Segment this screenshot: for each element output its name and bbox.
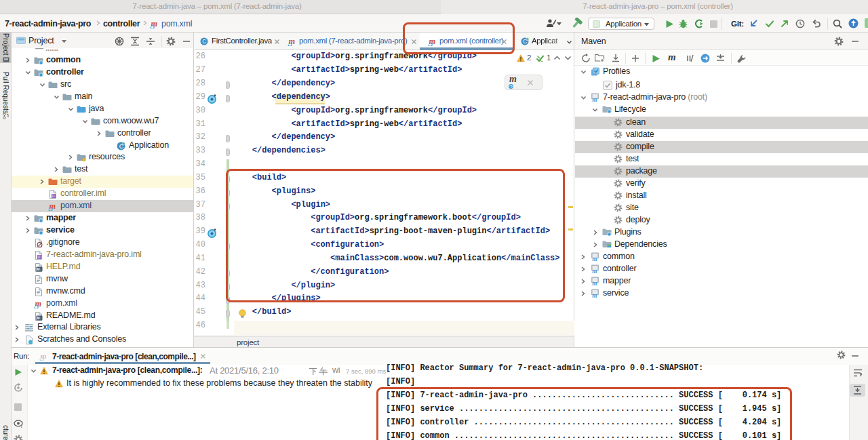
svg-text:C: C [202,39,206,45]
svg-text:M↓: M↓ [37,268,41,271]
svg-text:m: m [592,292,597,298]
svg-text:m: m [592,280,597,285]
svg-text:IJ: IJ [52,195,55,199]
svg-text:M↓: M↓ [37,317,41,320]
svg-text:IJ: IJ [38,256,41,259]
svg-text:m: m [592,268,597,273]
svg-text:m: m [592,256,597,261]
svg-text:C: C [523,39,527,45]
svg-text:m: m [592,96,597,102]
